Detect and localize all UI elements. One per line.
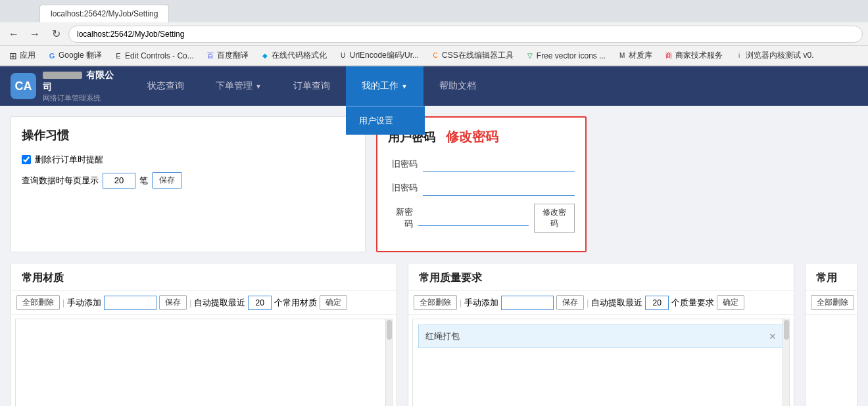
delete-reminder-checkbox[interactable] bbox=[22, 155, 31, 164]
dropdown-arrow-mywork: ▼ bbox=[401, 83, 408, 90]
bookmark-urlencode[interactable]: U UrlEncode编码/Ur... bbox=[335, 49, 422, 62]
material-save-button[interactable]: 保存 bbox=[159, 295, 187, 310]
modify-password-button[interactable]: 修改密码 bbox=[534, 204, 575, 233]
bookmark-edit-controls[interactable]: E Edit Controls - Co... bbox=[110, 50, 197, 62]
nav-item-mywork[interactable]: 我的工作 ▼ 用户设置 bbox=[346, 66, 423, 106]
active-tab[interactable]: localhost:25642/MyJob/Setting bbox=[39, 5, 169, 22]
bookmark-merchant[interactable]: 商 商家技术服务 bbox=[661, 49, 726, 62]
common-material-panel: 常用材质 全部删除 | 手动添加 保存 | 自动提取最近 个常用材质 确定 bbox=[11, 263, 397, 406]
bookmark-browser-test[interactable]: i 浏览器内核测试 v0. bbox=[731, 49, 817, 62]
page-size-row: 查询数据时每页显示 笔 保存 bbox=[22, 172, 354, 189]
quality-confirm-button[interactable]: 确定 bbox=[717, 295, 744, 310]
bookmark-label: 材质库 bbox=[629, 50, 652, 61]
password-panel: 用户密码 修改密码 旧密码 旧密码 新密码 修改密码 bbox=[376, 116, 587, 252]
quality-fetch-num[interactable] bbox=[645, 296, 669, 310]
material-list bbox=[15, 319, 393, 406]
bookmark-label: 浏览器内核测试 v0. bbox=[746, 50, 813, 61]
quality-scrollbar[interactable] bbox=[783, 319, 789, 406]
common-material-title: 常用材质 bbox=[11, 263, 397, 290]
third-delete-all-button[interactable]: 全部删除 bbox=[811, 295, 854, 310]
quality-list: 红绳打包 ✕ bbox=[412, 319, 790, 406]
free-icons-icon: ▽ bbox=[525, 51, 535, 60]
edit-controls-icon: E bbox=[114, 51, 123, 60]
bookmark-label: CSS在线编辑器工具 bbox=[442, 50, 514, 61]
tab-title: localhost:25642/MyJob/Setting bbox=[51, 9, 158, 18]
nav-item-status[interactable]: 状态查询 bbox=[132, 66, 200, 106]
apps-icon: ⊞ bbox=[9, 51, 18, 60]
bookmark-baidu-translate[interactable]: 百 百度翻译 bbox=[203, 49, 252, 62]
new-password-input[interactable] bbox=[418, 210, 529, 226]
address-bar[interactable] bbox=[68, 26, 863, 43]
modify-password-title: 修改密码 bbox=[446, 128, 498, 146]
reload-button[interactable]: ↻ bbox=[47, 26, 64, 43]
material-scrollbar[interactable] bbox=[385, 319, 392, 406]
dropdown-arrow-order: ▼ bbox=[255, 83, 262, 90]
bookmark-label: 商家技术服务 bbox=[675, 50, 723, 61]
quality-scroll-thumb bbox=[784, 320, 789, 340]
habit-save-button[interactable]: 保存 bbox=[152, 172, 182, 189]
separator1: | bbox=[62, 298, 64, 307]
urlencode-icon: U bbox=[339, 51, 348, 60]
quality-auto-fetch-label: 自动提取最近 bbox=[591, 297, 642, 309]
browser-toolbar: ← → ↻ bbox=[0, 22, 868, 46]
habit-title: 操作习惯 bbox=[22, 127, 354, 143]
common-quality-title: 常用质量要求 bbox=[408, 263, 794, 290]
old-password-input2[interactable] bbox=[423, 180, 575, 196]
nav-item-order[interactable]: 下单管理 ▼ bbox=[200, 66, 277, 106]
page-size-input[interactable] bbox=[103, 173, 135, 189]
bookmark-apps[interactable]: ⊞ 应用 bbox=[5, 49, 39, 62]
mywork-dropdown: 用户设置 bbox=[346, 106, 425, 135]
bookmark-css-editor[interactable]: C CSS在线编辑器工具 bbox=[427, 49, 517, 62]
material-manual-input[interactable] bbox=[104, 296, 157, 310]
logo-area: CA 有限公司 网络订单管理系统 bbox=[0, 70, 132, 103]
new-password-row: 新密码 修改密码 bbox=[388, 204, 575, 233]
quality-save-button[interactable]: 保存 bbox=[556, 295, 584, 310]
logo-text: 有限公司 网络订单管理系统 bbox=[43, 70, 121, 103]
old-password-row2: 旧密码 bbox=[388, 180, 575, 196]
browser-test-icon: i bbox=[735, 51, 744, 60]
quality-item-text: 红绳打包 bbox=[425, 330, 460, 342]
quality-manual-input[interactable] bbox=[501, 296, 554, 310]
quality-list-item: 红绳打包 ✕ bbox=[418, 325, 784, 348]
common-quality-toolbar: 全部删除 | 手动添加 保存 | 自动提取最近 个质量要求 确定 bbox=[408, 290, 794, 315]
main-content: 操作习惯 删除行订单时提醒 查询数据时每页显示 笔 保存 用户密码 修改密码 旧… bbox=[0, 106, 868, 263]
material-icon: M bbox=[617, 51, 627, 60]
material-confirm-button[interactable]: 确定 bbox=[320, 295, 347, 310]
bookmark-google-translate[interactable]: G Google 翻译 bbox=[44, 49, 105, 62]
top-nav: CA 有限公司 网络订单管理系统 状态查询 下单管理 ▼ 订单查询 bbox=[0, 66, 868, 106]
quality-delete-all-button[interactable]: 全部删除 bbox=[414, 295, 457, 310]
old-password-input1[interactable] bbox=[423, 156, 575, 172]
dropdown-user-settings[interactable]: 用户设置 bbox=[346, 107, 425, 135]
bottom-content: 常用材质 全部删除 | 手动添加 保存 | 自动提取最近 个常用材质 确定 常 bbox=[0, 263, 868, 406]
bookmark-code-format[interactable]: ◆ 在线代码格式化 bbox=[257, 49, 330, 62]
page-size-label: 查询数据时每页显示 bbox=[22, 175, 99, 187]
separator4: | bbox=[587, 298, 589, 307]
separator2: | bbox=[189, 298, 191, 307]
nav-menu: 状态查询 下单管理 ▼ 订单查询 我的工作 ▼ 用户设置 帮助文档 bbox=[132, 66, 868, 106]
system-name: 网络订单管理系统 bbox=[43, 93, 121, 103]
company-name: 有限公司 bbox=[43, 70, 121, 93]
auto-fetch-label: 自动提取最近 bbox=[194, 297, 245, 309]
quality-item-close[interactable]: ✕ bbox=[769, 331, 777, 342]
material-fetch-num[interactable] bbox=[248, 296, 272, 310]
bookmark-free-icons[interactable]: ▽ Free vector icons ... bbox=[522, 50, 609, 62]
forward-button[interactable]: → bbox=[26, 26, 43, 43]
tab-bar: localhost:25642/MyJob/Setting bbox=[0, 0, 868, 22]
logo-icon: CA bbox=[11, 73, 36, 99]
google-translate-icon: G bbox=[47, 51, 57, 60]
bookmark-label: Free vector icons ... bbox=[537, 51, 606, 60]
bookmarks-bar: ⊞ 应用 G Google 翻译 E Edit Controls - Co...… bbox=[0, 46, 868, 66]
separator3: | bbox=[460, 298, 462, 307]
common-quality-panel: 常用质量要求 全部删除 | 手动添加 保存 | 自动提取最近 个质量要求 确定 … bbox=[408, 263, 794, 406]
bookmark-material[interactable]: M 材质库 bbox=[614, 49, 656, 62]
bookmark-label: UrlEncode编码/Ur... bbox=[350, 50, 419, 61]
nav-item-help[interactable]: 帮助文档 bbox=[423, 66, 492, 106]
nav-item-query[interactable]: 订单查询 bbox=[277, 66, 346, 106]
material-delete-all-button[interactable]: 全部删除 bbox=[16, 295, 60, 310]
back-button[interactable]: ← bbox=[5, 26, 22, 43]
baidu-translate-icon: 百 bbox=[206, 51, 215, 60]
auto-fetch-unit: 个常用材质 bbox=[274, 297, 317, 309]
delete-reminder-label: 删除行订单时提醒 bbox=[35, 154, 103, 166]
quality-manual-add-label: 手动添加 bbox=[464, 297, 498, 309]
common-material-toolbar: 全部删除 | 手动添加 保存 | 自动提取最近 个常用材质 确定 bbox=[11, 290, 397, 315]
